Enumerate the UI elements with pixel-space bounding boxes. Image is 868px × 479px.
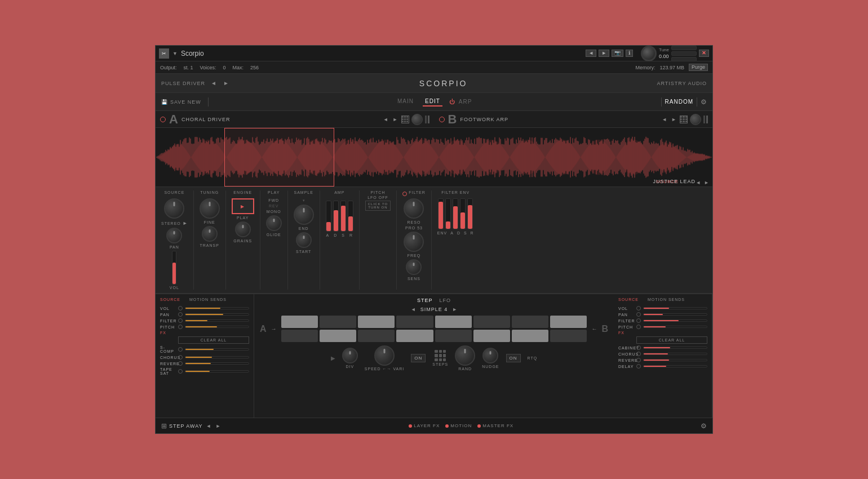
- fenv-r-bar[interactable]: [467, 198, 473, 229]
- step-cell-1-6[interactable]: [473, 316, 510, 328]
- div-knob[interactable]: [342, 348, 358, 363]
- save-btn[interactable]: 💾 SAVE NEW: [161, 99, 201, 105]
- left-vol-circle[interactable]: [178, 306, 183, 311]
- step-cell-2-6[interactable]: [473, 330, 510, 342]
- step-tab-step[interactable]: STEP: [417, 298, 433, 303]
- left-scomp-circle[interactable]: [178, 347, 183, 352]
- waveform-canvas[interactable]: [156, 128, 712, 187]
- layer-a-power[interactable]: [160, 117, 166, 122]
- right-chorus-circle[interactable]: [636, 352, 641, 356]
- layer-a-knob[interactable]: [411, 114, 423, 125]
- mini-slider-3[interactable]: [671, 57, 697, 61]
- grains-knob[interactable]: [235, 221, 251, 237]
- right-clear-btn[interactable]: CLEAR ALL: [636, 336, 707, 344]
- layer-b-knob[interactable]: [690, 114, 701, 125]
- amp-bar-d[interactable]: [333, 201, 339, 232]
- stereo-arrow[interactable]: ►: [183, 220, 188, 226]
- left-scomp-track[interactable]: [185, 348, 249, 351]
- reso-knob[interactable]: [404, 198, 424, 219]
- pro53-btn[interactable]: PRO 53: [405, 226, 423, 230]
- pitch-lfo-btn[interactable]: CLICK TO TURN ON: [365, 201, 391, 211]
- left-pitch-track[interactable]: [185, 326, 249, 328]
- footer-gear-icon[interactable]: ⚙: [701, 422, 707, 430]
- right-filter-circle[interactable]: [636, 318, 641, 323]
- sens-knob[interactable]: [406, 259, 422, 275]
- play-btn[interactable]: ▶: [232, 198, 254, 214]
- right-pan-circle[interactable]: [636, 312, 641, 317]
- amp-bar-r[interactable]: [348, 201, 353, 232]
- start-knob[interactable]: [296, 232, 312, 248]
- layer-b-grid-icon[interactable]: [680, 116, 688, 123]
- right-delay-circle[interactable]: [636, 364, 641, 369]
- pan-knob[interactable]: [166, 228, 182, 243]
- prev-preset-btn[interactable]: ◄: [586, 50, 596, 57]
- glide-knob[interactable]: [266, 215, 282, 231]
- step-tab-lfo[interactable]: LFO: [440, 298, 451, 303]
- freq-knob[interactable]: [404, 232, 424, 252]
- left-vol-track[interactable]: [185, 307, 249, 309]
- right-vol-track[interactable]: [643, 307, 707, 309]
- right-filter-track[interactable]: [643, 320, 707, 322]
- left-tapesat-track[interactable]: [185, 370, 249, 372]
- close-btn[interactable]: ✕: [699, 50, 709, 57]
- rev-btn[interactable]: REV: [269, 204, 278, 208]
- step-cell-2-3[interactable]: [358, 330, 395, 342]
- layer-a-grid-icon[interactable]: [401, 116, 409, 123]
- tab-edit[interactable]: EDIT: [423, 97, 442, 107]
- step-cell-2-7[interactable]: [512, 330, 548, 342]
- step-cell-1-5[interactable]: [435, 316, 472, 328]
- right-delay-track[interactable]: [643, 365, 707, 367]
- waveform-next-btn[interactable]: ►: [703, 180, 710, 185]
- mini-slider-2[interactable]: [671, 51, 697, 56]
- step-cell-1-3[interactable]: [358, 316, 395, 328]
- left-chorus-circle[interactable]: [178, 355, 183, 360]
- transp-knob[interactable]: [202, 226, 218, 242]
- step-cell-1-1[interactable]: [281, 316, 318, 328]
- step-prev-btn[interactable]: ◄: [410, 307, 417, 312]
- speed-on-btn[interactable]: ON: [411, 354, 426, 362]
- footer-next-btn[interactable]: ►: [214, 423, 222, 429]
- step-cell-1-7[interactable]: [512, 316, 548, 328]
- step-cell-1-8[interactable]: [550, 316, 587, 328]
- layer-b-power[interactable]: [439, 117, 445, 122]
- motion-btn[interactable]: MOTION: [445, 423, 472, 428]
- vol-bar[interactable]: [172, 251, 176, 285]
- tab-arp[interactable]: ARP: [457, 97, 475, 106]
- steps-grid-icon[interactable]: [435, 350, 446, 361]
- left-reverb-circle[interactable]: [178, 361, 183, 366]
- end-knob[interactable]: [294, 205, 314, 225]
- step-cell-2-8[interactable]: [550, 330, 587, 342]
- mini-slider-1[interactable]: [671, 46, 697, 50]
- rand-knob[interactable]: [455, 345, 475, 366]
- waveform-prev-btn[interactable]: ◄: [694, 180, 702, 185]
- speed-knob[interactable]: [374, 345, 395, 366]
- step-next-btn[interactable]: ►: [451, 307, 458, 312]
- left-reverb-track[interactable]: [185, 362, 249, 365]
- right-cabinet-track[interactable]: [643, 347, 707, 349]
- layer-fx-btn[interactable]: LAYER FX: [409, 423, 440, 428]
- layer-a-prev[interactable]: ◄: [382, 117, 389, 122]
- fwd-btn[interactable]: FWD: [268, 198, 279, 202]
- fenv-d-bar[interactable]: [453, 198, 458, 229]
- random-btn[interactable]: RANDOM: [665, 99, 693, 105]
- left-clear-btn[interactable]: CLEAR ALL: [178, 336, 249, 344]
- step-cell-1-4[interactable]: [396, 316, 433, 328]
- footer-prev-btn[interactable]: ◄: [205, 423, 212, 429]
- fenv-env-bar[interactable]: [438, 198, 444, 229]
- right-vol-circle[interactable]: [636, 306, 641, 311]
- right-cabinet-circle[interactable]: [636, 345, 641, 350]
- source-main-knob[interactable]: [164, 198, 184, 219]
- left-tapesat-circle[interactable]: [178, 369, 183, 374]
- left-chorus-track[interactable]: [185, 356, 249, 358]
- arp-power-icon[interactable]: ⏻: [449, 99, 455, 105]
- fenv-s-bar[interactable]: [460, 198, 466, 229]
- nudge-on-btn[interactable]: ON: [506, 354, 521, 362]
- right-pan-track[interactable]: [643, 313, 707, 316]
- step-cell-2-1[interactable]: [281, 330, 318, 342]
- mono-btn[interactable]: MONO: [267, 210, 281, 214]
- amp-bar-s[interactable]: [340, 201, 346, 232]
- purge-btn[interactable]: Purge: [689, 64, 708, 71]
- layer-b-next[interactable]: ►: [670, 117, 677, 122]
- filter-power-btn[interactable]: [402, 192, 407, 196]
- settings-gear-icon[interactable]: ⚙: [701, 98, 707, 106]
